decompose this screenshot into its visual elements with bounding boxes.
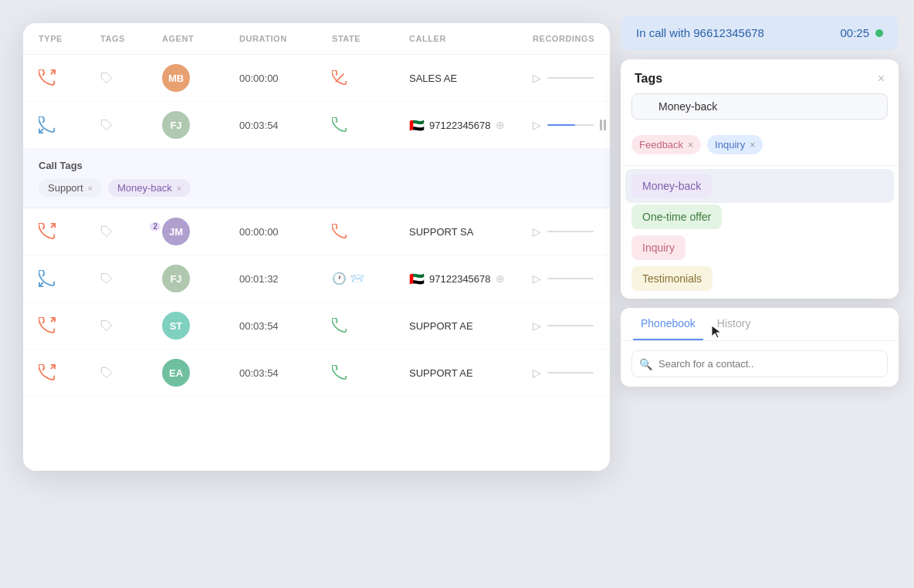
call-status-bar: In call with 96612345678 00:25 <box>621 15 899 50</box>
duration: 00:03:54 <box>239 320 332 332</box>
tags-icon: 2 <box>100 225 162 238</box>
state-icon <box>332 365 409 380</box>
col-recordings: RECORDINGS <box>533 34 610 43</box>
agent-avatar: JM <box>162 218 239 245</box>
add-caller-btn[interactable]: ⊕ <box>496 272 505 285</box>
play-button[interactable]: ▷ <box>533 225 541 238</box>
call-type-icon <box>39 223 100 240</box>
recording-cell: ▷ <box>533 225 610 238</box>
call-timer: 00:25 <box>840 26 869 39</box>
tag-chip-label: Money-back <box>117 182 172 194</box>
caller-text: SUPPORT SA <box>409 226 533 238</box>
avatar-ea: EA <box>162 359 190 387</box>
recording-cell: ▷ <box>533 272 610 285</box>
table-row[interactable]: 2 JM 00:00:00 SUPPORT SA ▷ <box>23 208 610 255</box>
duration: 00:01:32 <box>239 273 332 285</box>
call-log-card: TYPE TAGS AGENT DURATION STATE CALLER RE… <box>23 23 610 471</box>
tag-remove-btn[interactable]: × <box>177 184 181 193</box>
play-button[interactable]: ▷ <box>533 272 541 285</box>
tag-label: Feedback <box>639 139 683 150</box>
tab-history[interactable]: History <box>709 308 759 340</box>
recording-cell: ▷ <box>533 119 610 131</box>
play-button[interactable]: ▷ <box>533 367 541 379</box>
tag-remove-btn[interactable]: × <box>88 184 93 193</box>
tags-popup: Tags × 🔍 Feedback × Inquiry × Money-back <box>621 59 899 299</box>
recording-cell: ▷ <box>533 367 610 379</box>
agent-avatar: EA <box>162 359 239 387</box>
tab-phonebook[interactable]: Phonebook <box>633 308 703 340</box>
call-type-icon <box>39 69 100 86</box>
caller-number: 97122345678 <box>429 273 491 285</box>
bottom-tabs-panel: Phonebook History 🔍 <box>621 308 899 387</box>
avatar-jm: JM <box>162 218 190 245</box>
flag-icon: 🇦🇪 <box>409 118 425 133</box>
table-row[interactable]: FJ 00:01:32 🕐 📨 🇦🇪 97122345678 ⊕ ▷ <box>23 255 610 302</box>
tag-remove-btn[interactable]: × <box>750 140 755 150</box>
agent-avatar: FJ <box>162 265 239 292</box>
tag-option-row-inquiry[interactable]: Inquiry <box>631 235 888 260</box>
selected-tag-inquiry[interactable]: Inquiry × <box>707 135 763 154</box>
play-button[interactable]: ▷ <box>533 72 541 84</box>
state-icon <box>332 70 409 86</box>
call-tags-row: Support × Money-back × <box>39 179 594 197</box>
tags-dropdown: Money-back One-time offer Inquiry Testim… <box>621 166 899 299</box>
state-icon <box>332 224 409 239</box>
col-agent: AGENT <box>162 34 239 43</box>
call-tags-section: Call Tags Support × Money-back × <box>23 149 610 208</box>
tags-popup-header: Tags × <box>621 59 899 93</box>
recording-cell: ▷ <box>533 72 610 84</box>
bottom-tabs: Phonebook History <box>621 308 899 341</box>
agent-avatar: MB <box>162 64 239 92</box>
call-type-icon <box>39 270 100 287</box>
tag-option-row-testimonials[interactable]: Testimonials <box>631 266 888 291</box>
caller-text: SUPPORT AE <box>409 367 533 379</box>
selected-tag-feedback[interactable]: Feedback × <box>631 135 701 154</box>
caller-text: SUPPORT AE <box>409 320 533 332</box>
flag-icon: 🇦🇪 <box>409 272 425 286</box>
state-icon <box>332 117 409 133</box>
play-button[interactable]: ▷ <box>533 319 541 332</box>
call-timer-wrap: 00:25 <box>840 26 883 39</box>
progress-bar <box>547 231 594 232</box>
tag-option-testimonials[interactable]: Testimonials <box>631 266 713 291</box>
table-header: TYPE TAGS AGENT DURATION STATE CALLER RE… <box>23 23 610 55</box>
contact-search-input[interactable] <box>631 350 888 377</box>
duration: 00:03:54 <box>239 367 332 379</box>
tags-icon <box>100 272 162 285</box>
tags-icon <box>100 72 162 84</box>
caller-text: SALES AE <box>409 73 533 84</box>
table-row[interactable]: MB 00:00:00 SALES AE ▷ <box>23 55 610 102</box>
table-row-active[interactable]: FJ 00:03:54 🇦🇪 97122345678 ⊕ ▷ <box>23 102 610 149</box>
avatar-mb: MB <box>162 64 190 92</box>
tag-remove-btn[interactable]: × <box>688 140 693 150</box>
table-row[interactable]: EA 00:03:54 SUPPORT AE ▷ <box>23 350 610 397</box>
recording-cell: ▷ <box>533 319 610 332</box>
contact-search-wrap: 🔍 <box>621 341 899 387</box>
tags-icon <box>100 319 162 332</box>
tag-option-moneyback[interactable]: Money-back <box>631 174 712 198</box>
pause-icon[interactable] <box>600 120 606 130</box>
progress-bar <box>547 325 594 326</box>
tag-chip-moneyback[interactable]: Money-back × <box>108 179 191 197</box>
call-status-text: In call with 96612345678 <box>636 26 764 39</box>
tag-option-row-moneyback[interactable]: Money-back <box>625 169 894 203</box>
col-type: TYPE <box>39 34 100 43</box>
close-button[interactable]: × <box>878 72 885 86</box>
call-tags-label: Call Tags <box>39 160 594 171</box>
tags-search-container: 🔍 <box>631 93 888 120</box>
tag-option-inquiry[interactable]: Inquiry <box>631 235 686 260</box>
tags-search-wrap: 🔍 <box>621 93 899 129</box>
live-dot <box>875 29 883 37</box>
tags-search-input[interactable] <box>631 93 888 120</box>
play-button[interactable]: ▷ <box>533 119 541 131</box>
call-type-icon <box>39 117 100 133</box>
tag-option-row-onetimeoffer[interactable]: One-time offer <box>631 204 888 229</box>
tag-chip-support[interactable]: Support × <box>39 179 102 197</box>
tag-chip-label: Support <box>48 182 83 194</box>
add-caller-btn[interactable]: ⊕ <box>496 119 505 131</box>
tag-option-onetimeoffer[interactable]: One-time offer <box>631 204 722 229</box>
tags-icon <box>100 119 162 131</box>
col-caller: CALLER <box>409 34 533 43</box>
progress-bar <box>547 124 594 126</box>
table-row[interactable]: ST 00:03:54 SUPPORT AE ▷ <box>23 302 610 350</box>
